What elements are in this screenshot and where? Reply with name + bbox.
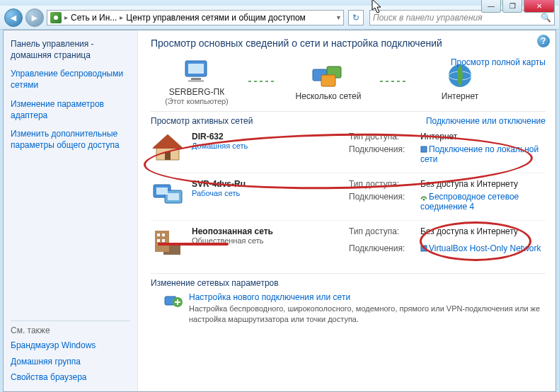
work-network-icon (151, 179, 185, 210)
access-type-label: Тип доступа: (349, 132, 416, 142)
breadcrumb-item[interactable]: Центр управления сетями и общим доступом (126, 13, 306, 23)
connections-label: Подключения: (349, 192, 416, 212)
pc-sub-label: (Этот компьютер) (165, 97, 229, 105)
multi-net-label: Несколько сетей (296, 91, 362, 101)
connect-disconnect-link[interactable]: Подключение или отключение (426, 116, 546, 126)
connection-line-icon (380, 81, 408, 82)
svg-rect-24 (421, 246, 427, 251)
multiple-networks-icon (311, 62, 345, 90)
svg-rect-2 (191, 78, 201, 80)
forward-button[interactable]: ► (25, 8, 44, 27)
sidebar-link-browser[interactable]: Свойства браузера (11, 371, 130, 383)
new-connection-icon (163, 292, 183, 309)
connection-link[interactable]: VirtualBox Host-Only Network (420, 243, 546, 258)
ethernet-icon (420, 145, 427, 154)
search-icon: 🔍 (541, 13, 551, 23)
svg-rect-11 (165, 151, 171, 160)
connection-line-icon (248, 81, 277, 82)
connection-link[interactable]: Подключение по локальной сети (420, 144, 546, 164)
close-button[interactable]: ✕ (524, 0, 555, 13)
svg-marker-10 (152, 134, 183, 149)
wifi-icon (420, 192, 427, 201)
sidebar-link-wireless[interactable]: Управление беспроводными сетями (11, 68, 130, 91)
pc-name-label: SERBERG-ПК (169, 87, 224, 97)
access-type-value: Без доступа к Интернету (420, 179, 546, 189)
network-overview: Просмотр полной карты SERBERG-ПК (Этот к… (151, 57, 546, 105)
sidebar-link-adapter[interactable]: Изменение параметров адаптера (11, 98, 130, 121)
svg-rect-20 (157, 234, 160, 236)
network-block: DIR-632 Домашняя сеть Тип доступа: Интер… (151, 126, 546, 173)
computer-icon (180, 57, 214, 86)
network-name: DIR-632 (192, 132, 248, 142)
new-connection-desc: Настройка беспроводного, широкополосного… (189, 304, 546, 324)
svg-rect-6 (321, 75, 335, 86)
svg-rect-23 (162, 239, 165, 242)
change-settings-heading: Изменение сетевых параметров (151, 278, 546, 288)
titlebar: — ❐ ✕ (0, 0, 559, 6)
minimize-button[interactable]: — (481, 0, 501, 13)
see-also-label: См. также (11, 325, 130, 335)
network-type-label: Общественная сеть (192, 236, 273, 245)
ethernet-icon (420, 244, 427, 253)
chevron-down-icon[interactable]: ▾ (337, 13, 340, 21)
sidebar-link-homegroup[interactable]: Домашняя группа (11, 356, 130, 367)
toolbar: ◄ ► ▸ Сеть и Ин... ▸ Центр управления се… (0, 6, 559, 30)
network-type-link[interactable]: Рабочая сеть (192, 189, 246, 197)
connection-link[interactable]: Беспроводное сетевое соединение 4 (420, 192, 546, 212)
page-title: Просмотр основных сведений о сети и наст… (151, 38, 546, 49)
access-type-label: Тип доступа: (349, 226, 416, 241)
svg-rect-21 (162, 234, 165, 236)
public-network-icon (151, 226, 185, 258)
help-icon[interactable]: ? (537, 35, 550, 47)
home-network-icon (151, 132, 185, 163)
svg-rect-3 (188, 80, 204, 82)
network-type-link[interactable]: Домашняя сеть (192, 142, 248, 150)
chevron-right-icon: ▸ (64, 13, 68, 21)
svg-rect-22 (157, 239, 160, 242)
new-connection-link[interactable]: Настройка нового подключения или сети (189, 292, 546, 302)
breadcrumb-item[interactable]: Сеть и Ин... (71, 13, 117, 23)
network-name: SVR-4dvs-Ru (192, 179, 246, 189)
maximize-button[interactable]: ❐ (502, 0, 522, 13)
internet-label: Интернет (442, 91, 478, 101)
svg-rect-16 (168, 193, 179, 200)
svg-rect-1 (188, 64, 204, 74)
active-networks-label: Просмотр активных сетей (151, 116, 253, 126)
svg-rect-15 (156, 188, 168, 195)
sidebar: Панель управления - домашняя страница Уп… (4, 30, 138, 391)
network-block: Неопознанная сеть Общественная сеть Тип … (151, 221, 546, 266)
network-name: Неопознанная сеть (192, 226, 273, 236)
chevron-right-icon: ▸ (120, 13, 123, 21)
back-button[interactable]: ◄ (4, 8, 23, 27)
breadcrumb[interactable]: ▸ Сеть и Ин... ▸ Центр управления сетями… (47, 10, 344, 25)
svg-rect-12 (421, 146, 427, 152)
connections-label: Подключения: (349, 243, 416, 258)
search-placeholder: Поиск в панели управления (373, 13, 483, 23)
access-type-value: Без доступа к Интернету (420, 226, 546, 241)
view-full-map-link[interactable]: Просмотр полной карты (451, 57, 546, 67)
network-block: SVR-4dvs-Ru Рабочая сеть Тип доступа: Бе… (151, 173, 546, 221)
sidebar-heading[interactable]: Панель управления - домашняя страница (11, 39, 130, 61)
divider (11, 321, 130, 321)
access-type-label: Тип доступа: (349, 179, 416, 189)
main-panel: ? Просмотр основных сведений о сети и на… (138, 30, 555, 391)
sidebar-link-firewall[interactable]: Брандмауэр Windows (11, 340, 130, 351)
control-panel-icon (50, 12, 62, 23)
refresh-button[interactable]: ↻ (348, 10, 364, 25)
sidebar-link-sharing[interactable]: Изменить дополнительные параметры общего… (11, 128, 130, 151)
connections-label: Подключения: (349, 144, 416, 164)
access-type-value: Интернет (420, 132, 546, 142)
svg-point-17 (423, 199, 425, 201)
